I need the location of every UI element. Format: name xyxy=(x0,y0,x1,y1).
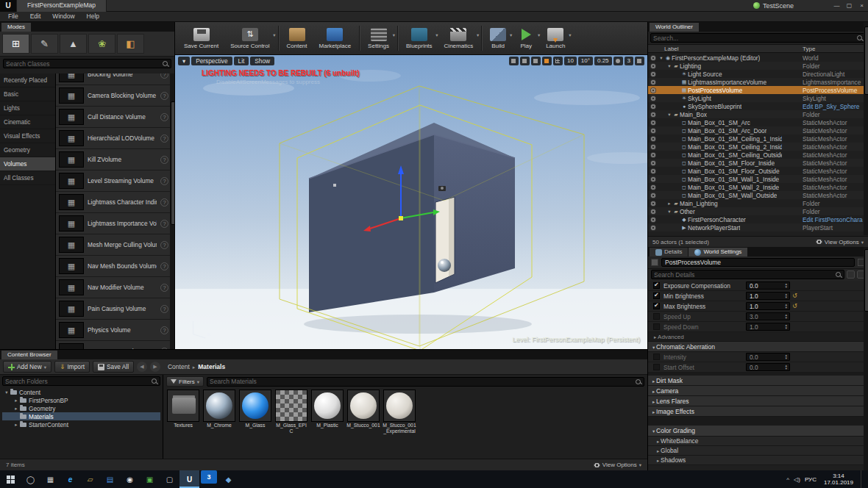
camera-speed-icon[interactable] xyxy=(613,57,623,65)
help-icon[interactable] xyxy=(160,284,168,292)
camera-speed-value[interactable]: 3 xyxy=(625,57,633,65)
taskbar-app-icon[interactable]: ▦ xyxy=(40,470,60,488)
volume-list-item[interactable]: Lightmass Character Indirect D xyxy=(56,192,174,213)
placement-category[interactable]: Basic xyxy=(0,87,55,101)
visibility-eye-icon[interactable] xyxy=(650,225,656,231)
min-brightness-input[interactable]: 1.0 xyxy=(746,292,790,300)
rotate-tool-icon[interactable] xyxy=(520,57,530,65)
volume-list-item[interactable]: Pain Causing Volume xyxy=(56,298,174,320)
start-offset-input[interactable]: 0.0 xyxy=(746,363,790,371)
help-icon[interactable] xyxy=(160,262,168,270)
visibility-eye-icon[interactable] xyxy=(650,79,656,85)
tab-details[interactable]: Details xyxy=(650,248,688,256)
source-control-button[interactable]: Source Control ▾ xyxy=(224,26,275,51)
help-icon[interactable] xyxy=(160,156,168,164)
spinner-icon[interactable] xyxy=(785,365,788,370)
help-icon[interactable] xyxy=(160,305,168,313)
visibility-eye-icon[interactable] xyxy=(650,71,656,77)
outliner-row[interactable]: ◻ Main_Box_01_SM_Wall_Outside StaticMesh… xyxy=(648,191,864,199)
outliner-view-options-button[interactable]: View Options xyxy=(816,239,864,245)
volume-list-item[interactable]: Kill ZVolume xyxy=(56,149,174,171)
coordinate-system-icon[interactable] xyxy=(542,57,552,65)
outliner-row[interactable]: ▾ ◉ FirstPersonExampleMap (Editor) World xyxy=(648,54,864,62)
expander-icon[interactable]: ▾ xyxy=(666,209,672,215)
maximize-viewport-icon[interactable] xyxy=(635,57,644,65)
launch-button[interactable]: Launch ▾ xyxy=(540,26,571,51)
viewport-3d-scene[interactable] xyxy=(175,55,647,349)
settings-dropdown[interactable]: ▾ xyxy=(393,32,395,38)
launch-dropdown[interactable]: ▾ xyxy=(569,32,571,38)
minimize-button[interactable]: — xyxy=(830,0,843,12)
folder-tree-item[interactable]: Materials xyxy=(2,412,160,420)
search-classes-input[interactable] xyxy=(6,60,162,68)
source-control-dropdown[interactable]: ▾ xyxy=(273,32,275,38)
exposure-compensation-checkbox[interactable] xyxy=(653,282,660,289)
mode-tool-icon[interactable]: ◧ xyxy=(117,34,144,54)
expander-icon[interactable]: ▸ xyxy=(13,406,19,412)
asset-tile[interactable]: M_Stucco_001 xyxy=(346,390,380,428)
type-column-header[interactable]: Type xyxy=(803,45,815,54)
content-button[interactable]: Content xyxy=(281,26,313,51)
taskbar-app-icon[interactable]: e xyxy=(60,470,80,488)
breadcrumb-content[interactable]: Content xyxy=(168,363,190,370)
placement-category[interactable]: Lights xyxy=(0,101,55,115)
visibility-eye-icon[interactable] xyxy=(650,55,656,61)
folder-tree-item[interactable]: ▸ StarterContent xyxy=(2,420,160,428)
speed-up-input[interactable]: 3.0 xyxy=(746,312,790,320)
details-scrollbar[interactable] xyxy=(864,247,868,470)
menu-item[interactable]: Edit xyxy=(24,12,47,21)
viewport-options-button[interactable]: ▾ xyxy=(178,57,190,65)
search-folders-input[interactable] xyxy=(5,378,151,385)
settings-button[interactable]: Settings ▾ xyxy=(362,26,395,51)
mode-tool-icon[interactable]: ✎ xyxy=(31,34,58,54)
placement-category[interactable]: Recently Placed xyxy=(0,73,55,87)
save-all-button[interactable]: Save All xyxy=(93,361,134,373)
volume-list-item[interactable]: Camera Blocking Volume xyxy=(56,85,174,107)
visibility-eye-icon[interactable] xyxy=(650,136,656,142)
speed-down-checkbox[interactable] xyxy=(653,323,660,330)
modes-tab[interactable]: Modes xyxy=(1,23,31,32)
spinner-icon[interactable] xyxy=(785,304,788,309)
visibility-eye-icon[interactable] xyxy=(650,184,656,190)
label-column-header[interactable]: Label xyxy=(664,45,679,54)
save-current-button[interactable]: Save Current xyxy=(178,26,224,51)
scale-snap-value[interactable]: 0.25 xyxy=(594,57,612,65)
volume-list-item[interactable]: Post Process Volume xyxy=(56,341,174,349)
details-search-input[interactable] xyxy=(654,271,835,279)
perspective-button[interactable]: Perspective xyxy=(191,57,232,65)
outliner-row[interactable]: ▦ PostProcessVolume PostProcessVolume xyxy=(648,86,864,94)
spinner-icon[interactable] xyxy=(785,314,788,319)
spinner-icon[interactable] xyxy=(785,324,788,329)
visibility-eye-icon[interactable] xyxy=(650,87,656,93)
outliner-row[interactable]: ◻ Main_Box_01_SM_Wall_2_Inside StaticMes… xyxy=(648,183,864,191)
visibility-eye-icon[interactable] xyxy=(650,217,656,223)
volume-list-item[interactable]: Blocking Volume xyxy=(56,73,174,85)
tray-chevron-icon[interactable]: ^ xyxy=(786,476,789,483)
intensity-input[interactable]: 0.0 xyxy=(746,353,790,361)
outliner-row[interactable]: ● SkySphereBlueprint Edit BP_Sky_Sphere xyxy=(648,102,864,110)
folder-tree-item[interactable]: ▾ Content xyxy=(2,388,160,396)
clock[interactable]: 3:14 17.01.2019 xyxy=(821,473,856,486)
outliner-row[interactable]: ▶ NetworkPlayerStart PlayerStart xyxy=(648,223,864,232)
max-brightness-checkbox[interactable] xyxy=(653,303,660,309)
menu-item[interactable]: File xyxy=(2,12,24,21)
outliner-row[interactable]: ▾ ▰ Other Folder xyxy=(648,207,864,215)
help-icon[interactable] xyxy=(160,113,168,121)
view-options-button[interactable]: View Options xyxy=(594,462,641,468)
menu-item[interactable]: Help xyxy=(81,12,105,21)
outliner-row[interactable]: ◻ Main_Box_01_SM_Ceiling_Outside StaticM… xyxy=(648,151,864,159)
taskbar-app-icon[interactable]: ▤ xyxy=(100,470,120,488)
visibility-eye-icon[interactable] xyxy=(650,168,656,174)
show-desktop-button[interactable] xyxy=(861,470,865,488)
section-color-grading[interactable]: Color Grading xyxy=(648,426,864,437)
taskbar-app-icon[interactable]: 3 xyxy=(201,470,217,484)
placement-category[interactable]: Visual Effects xyxy=(0,129,55,143)
section-chromatic-aberration[interactable]: Chromatic Aberration xyxy=(648,342,864,352)
help-icon[interactable] xyxy=(160,241,168,249)
taskbar-app-icon[interactable]: ◯ xyxy=(21,470,40,488)
expander-icon[interactable]: ▸ xyxy=(666,201,672,207)
outliner-row[interactable]: ▸ ▰ Main_Lighting Folder xyxy=(648,199,864,207)
mode-tool-icon[interactable]: ⊞ xyxy=(2,34,29,54)
expander-icon[interactable]: ▸ xyxy=(13,422,19,428)
actor-name-field[interactable]: PostProcessVolume xyxy=(661,258,855,267)
